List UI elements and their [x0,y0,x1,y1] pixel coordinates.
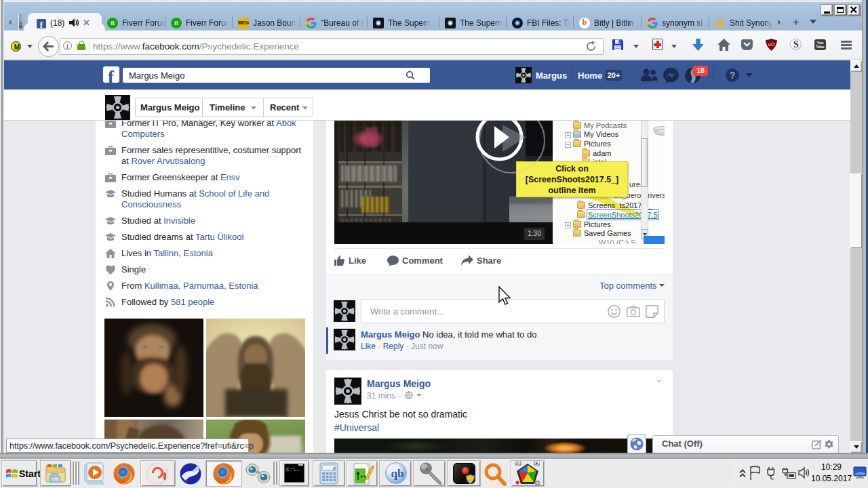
svg-text:uO: uO [768,42,775,47]
